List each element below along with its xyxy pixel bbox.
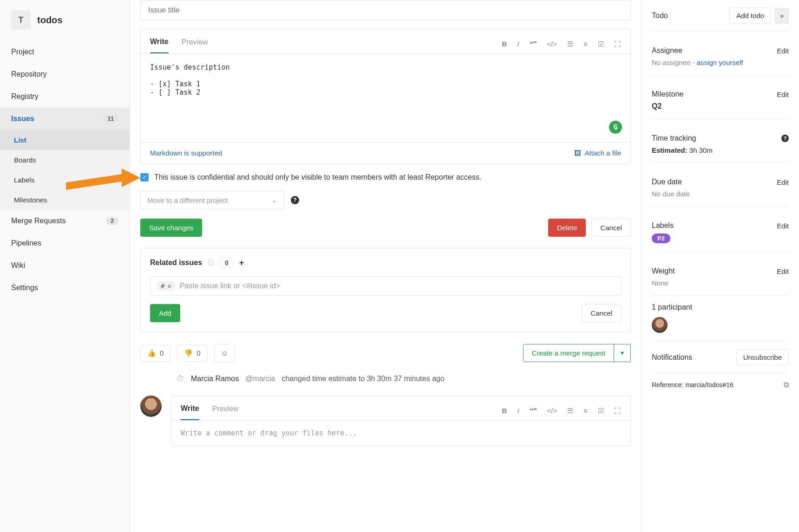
tab-write[interactable]: Write	[150, 35, 169, 53]
code-icon[interactable]: </>	[547, 407, 557, 415]
issue-title-input[interactable]	[140, 0, 631, 20]
project-header: T todos	[0, 4, 130, 41]
editor-textarea[interactable]: Issue's description - [x] Task 1 - [ ] T…	[141, 54, 630, 142]
code-icon[interactable]: </>	[547, 40, 557, 48]
project-name: todos	[37, 15, 62, 26]
task-icon[interactable]: ☑	[598, 40, 604, 48]
grammarly-icon[interactable]: G	[609, 121, 622, 134]
comment-tab-write[interactable]: Write	[181, 402, 199, 420]
create-mr-dropdown[interactable]: ▾	[614, 344, 631, 362]
close-icon[interactable]: ✕	[167, 282, 171, 290]
project-avatar: T	[11, 10, 31, 30]
weight-label: Weight	[652, 267, 675, 275]
move-project-select[interactable]: Move to a different project ⌄	[140, 191, 284, 209]
nav-merge-requests[interactable]: Merge Requests 2	[0, 210, 130, 232]
comment-tab-preview[interactable]: Preview	[212, 402, 239, 420]
fullscreen-icon[interactable]: ⛶	[614, 40, 621, 48]
bold-icon[interactable]: B	[502, 40, 507, 48]
ul-icon[interactable]: ☰	[567, 407, 573, 415]
activity-handle[interactable]: @marcia	[245, 375, 275, 383]
create-mr-button[interactable]: Create a merge request	[523, 344, 614, 362]
notifications-label: Notifications	[652, 353, 692, 362]
emoji-picker-button[interactable]: ☺	[214, 344, 235, 362]
editor-toolbar: B I ❝❞ </> ☰ ≡ ☑ ⛶	[502, 40, 621, 48]
collapse-sidebar-button[interactable]: »	[775, 8, 789, 24]
thumbs-down-button[interactable]: 👎 0	[177, 345, 207, 362]
milestone-edit[interactable]: Edit	[777, 91, 789, 98]
assignee-value: No assignee - assign yourself	[652, 58, 789, 75]
info-icon[interactable]: ?	[781, 135, 789, 142]
related-cancel-button[interactable]: Cancel	[582, 304, 621, 322]
nav-registry[interactable]: Registry	[0, 85, 130, 108]
sidebar: T todos Project Repository Registry Issu…	[0, 0, 130, 532]
reference-label: Reference: marcia/todos#16	[652, 381, 734, 389]
ul-icon[interactable]: ☰	[567, 40, 573, 48]
related-issue-input[interactable]: #✕ Paste issue link or <#issue id>	[150, 276, 621, 296]
mr-count-badge: 2	[106, 217, 118, 225]
tab-preview[interactable]: Preview	[182, 35, 208, 53]
quote-icon[interactable]: ❝❞	[530, 40, 537, 48]
time-tracking-label: Time tracking	[652, 134, 696, 143]
participants-label: 1 participant	[652, 303, 789, 317]
activity-entry: ⏱ Marcia Ramos @marcia changed time esti…	[140, 374, 631, 383]
italic-icon[interactable]: I	[517, 40, 519, 48]
duedate-value: No due date	[652, 190, 789, 207]
related-issues-title: Related issues	[150, 259, 202, 267]
delete-button[interactable]: Delete	[548, 219, 586, 237]
help-icon[interactable]: ⓘ	[208, 259, 214, 267]
fullscreen-icon[interactable]: ⛶	[614, 407, 621, 415]
bold-icon[interactable]: B	[502, 407, 507, 415]
ol-icon[interactable]: ≡	[583, 407, 588, 415]
nav-repository[interactable]: Repository	[0, 63, 130, 85]
quote-icon[interactable]: ❝❞	[530, 407, 537, 415]
hash-chip[interactable]: #✕	[157, 281, 175, 291]
participant-avatar[interactable]	[652, 317, 668, 333]
attach-file-link[interactable]: 🖼 Attach a file	[574, 149, 621, 157]
ol-icon[interactable]: ≡	[583, 40, 588, 48]
nav-pipelines[interactable]: Pipelines	[0, 232, 130, 254]
related-issues-panel: Related issues ⓘ 0 + #✕ Paste issue link…	[140, 248, 631, 332]
markdown-help-link[interactable]: Markdown is supported	[150, 149, 222, 157]
related-count: 0	[220, 258, 234, 268]
add-todo-button[interactable]: Add todo	[729, 7, 771, 24]
duedate-label: Due date	[652, 178, 682, 186]
todo-label: Todo	[652, 12, 668, 20]
label-pill[interactable]: P2	[652, 234, 670, 243]
weight-edit[interactable]: Edit	[777, 267, 789, 275]
time-estimate: Estimated: 3h 30m	[652, 146, 789, 163]
save-button[interactable]: Save changes	[140, 219, 202, 237]
milestone-value: Q2	[652, 102, 789, 119]
labels-edit[interactable]: Edit	[777, 222, 789, 230]
related-add-button[interactable]: Add	[150, 304, 180, 322]
nav-project[interactable]: Project	[0, 41, 130, 63]
nav-wiki[interactable]: Wiki	[0, 254, 130, 277]
assignee-edit[interactable]: Edit	[777, 47, 789, 55]
duedate-edit[interactable]: Edit	[777, 178, 789, 186]
italic-icon[interactable]: I	[517, 407, 519, 415]
confidential-checkbox[interactable]: ✓	[140, 173, 149, 182]
main-content: Write Preview B I ❝❞ </> ☰ ≡ ☑ ⛶ Issue's…	[130, 0, 641, 532]
task-icon[interactable]: ☑	[598, 407, 604, 415]
confidential-row: ✓ This issue is confidential and should …	[140, 173, 631, 182]
activity-user[interactable]: Marcia Ramos	[191, 375, 239, 383]
copy-icon[interactable]: ⧉	[784, 381, 789, 389]
current-user-avatar	[140, 396, 162, 417]
arrow-annotation	[66, 164, 140, 201]
chevron-down-icon: ⌄	[271, 196, 277, 204]
description-editor: Write Preview B I ❝❞ </> ☰ ≡ ☑ ⛶ Issue's…	[140, 29, 631, 164]
help-icon[interactable]: ?	[291, 196, 299, 204]
add-related-button[interactable]: +	[239, 258, 244, 268]
comment-textarea[interactable]: Write a comment or drag your files here.…	[171, 421, 630, 446]
confidential-label: This issue is confidential and should on…	[154, 173, 481, 182]
subnav-list[interactable]: List	[0, 130, 130, 150]
assign-yourself-link[interactable]: assign yourself	[697, 58, 743, 66]
issues-count-badge: 11	[103, 115, 118, 123]
image-icon: 🖼	[574, 149, 581, 157]
activity-text: changed time estimate to 3h 30m 37 minut…	[282, 375, 444, 383]
cancel-button[interactable]: Cancel	[591, 219, 631, 237]
nav-settings[interactable]: Settings	[0, 277, 130, 299]
assignee-label: Assignee	[652, 46, 682, 55]
nav-issues[interactable]: Issues 11	[0, 108, 130, 130]
unsubscribe-button[interactable]: Unsubscribe	[736, 349, 789, 365]
thumbs-up-button[interactable]: 👍 0	[140, 345, 170, 362]
